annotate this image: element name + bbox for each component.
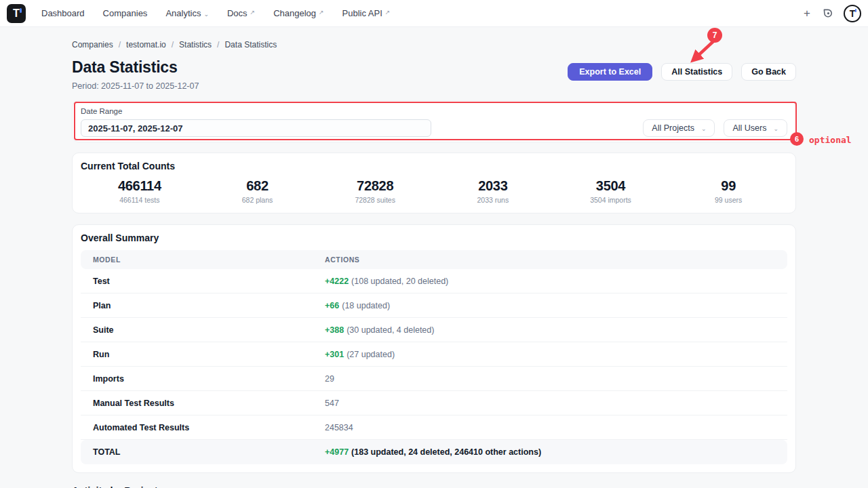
action-detail: 29	[325, 374, 334, 384]
added-count: +4222	[325, 277, 349, 286]
plus-icon[interactable]: +	[802, 7, 812, 19]
support-icon[interactable]	[822, 7, 833, 19]
stat-imports: 3504 3504 imports	[552, 178, 670, 204]
added-count: +4977	[325, 447, 349, 457]
annotation-badge-6: 6	[790, 132, 804, 146]
stat-tests: 466114 466114 tests	[81, 178, 199, 204]
action-detail: (108 updated, 20 deleted)	[351, 277, 448, 286]
breadcrumb-statistics[interactable]: Statistics	[179, 40, 212, 49]
nav-item-public-api[interactable]: Public API ↗	[342, 8, 391, 18]
summary-heading: Overall Summary	[81, 232, 787, 243]
table-row: Automated Test Results 245834	[81, 415, 787, 440]
navbar-right: + T	[802, 5, 861, 22]
user-avatar[interactable]: T	[844, 5, 861, 22]
breadcrumb-companies[interactable]: Companies	[72, 40, 113, 49]
stat-label: 72828 suites	[316, 196, 434, 204]
overall-summary-card: Overall Summary MODEL ACTIONS Test +4222…	[72, 224, 796, 473]
date-range-input[interactable]	[81, 119, 431, 137]
external-link-icon: ↗	[250, 9, 256, 16]
added-count: +66	[325, 301, 339, 310]
table-row: Imports 29	[81, 367, 787, 391]
breadcrumb-separator: /	[172, 40, 174, 49]
logo-letter: T	[13, 8, 20, 19]
action-detail: 547	[325, 399, 339, 408]
stat-value: 99	[669, 178, 787, 194]
stat-runs: 2033 2033 runs	[434, 178, 552, 204]
table-row: Run +301(27 updated)	[81, 342, 787, 367]
title-block: Data Statistics Period: 2025-11-07 to 20…	[72, 58, 199, 91]
avatar-letter: T	[850, 9, 856, 18]
nav-item-dashboard[interactable]: Dashboard	[41, 8, 85, 18]
table-header-row: MODEL ACTIONS	[81, 250, 787, 269]
table-row: Plan +66(18 updated)	[81, 293, 787, 318]
current-total-counts-card: Current Total Counts 466114 466114 tests…	[72, 152, 796, 214]
date-range-label: Date Range	[81, 107, 787, 115]
table-total-row: TOTAL +4977(183 updated, 24 deleted, 246…	[81, 440, 787, 464]
stat-value: 2033	[434, 178, 552, 194]
page-header: Data Statistics Period: 2025-11-07 to 20…	[72, 58, 796, 91]
table-row: Test +4222(108 updated, 20 deleted)	[81, 269, 787, 293]
action-detail: (30 updated, 4 deleted)	[347, 325, 434, 335]
summary-table: MODEL ACTIONS Test +4222(108 updated, 20…	[81, 250, 787, 464]
breadcrumb-separator: /	[217, 40, 219, 49]
stat-plans: 682 682 plans	[199, 178, 317, 204]
table-row: Manual Test Results 547	[81, 391, 787, 415]
chevron-down-icon: ⌄	[203, 11, 209, 18]
breadcrumb-current: Data Statistics	[224, 40, 277, 49]
stat-label: 2033 runs	[434, 196, 552, 204]
stat-value: 72828	[316, 178, 434, 194]
nav-item-changelog[interactable]: Changelog ↗	[273, 8, 323, 18]
table-row: Suite +388(30 updated, 4 deleted)	[81, 318, 787, 342]
stat-label: 466114 tests	[81, 196, 199, 204]
added-count: +301	[325, 350, 344, 359]
header-buttons: Export to Excel All Statistics Go Back	[568, 63, 796, 81]
all-statistics-button[interactable]: All Statistics	[661, 63, 732, 81]
breadcrumb-separator: /	[119, 40, 121, 49]
action-detail: (18 updated)	[342, 301, 390, 310]
nav-item-companies[interactable]: Companies	[103, 8, 148, 18]
main-content: Companies / testomat.io / Statistics / D…	[72, 40, 796, 488]
period-text: Period: 2025-11-07 to 2025-12-07	[72, 81, 199, 91]
page-title: Data Statistics	[72, 58, 199, 77]
stat-value: 466114	[81, 178, 199, 194]
nav-item-docs[interactable]: Docs ↗	[227, 8, 255, 18]
stat-users: 99 99 users	[669, 178, 787, 204]
top-navbar: T Dashboard Companies Analytics ⌄ Docs ↗…	[0, 0, 868, 27]
external-link-icon: ↗	[319, 9, 324, 16]
chevron-down-icon: ⌄	[701, 125, 707, 132]
totals-heading: Current Total Counts	[81, 161, 787, 171]
stat-value: 3504	[552, 178, 670, 194]
filter-controls: All Projects ⌄ All Users ⌄	[81, 119, 787, 137]
action-detail: (183 updated, 24 deleted, 246410 other a…	[351, 447, 541, 457]
added-count: +388	[325, 325, 344, 335]
stat-label: 682 plans	[199, 196, 317, 204]
column-header-actions: ACTIONS	[325, 256, 787, 264]
annotation-badge-7: 7	[707, 28, 722, 43]
export-to-excel-button[interactable]: Export to Excel	[568, 63, 652, 81]
stat-label: 99 users	[669, 196, 787, 204]
chevron-down-icon: ⌄	[773, 125, 778, 132]
users-dropdown[interactable]: All Users ⌄	[724, 119, 787, 137]
breadcrumb: Companies / testomat.io / Statistics / D…	[72, 40, 796, 49]
action-detail: (27 updated)	[347, 350, 395, 359]
nav-item-analytics[interactable]: Analytics ⌄	[165, 8, 209, 18]
stats-row: 466114 466114 tests 682 682 plans 72828 …	[81, 178, 787, 204]
stat-suites: 72828 72828 suites	[316, 178, 434, 204]
projects-dropdown[interactable]: All Projects ⌄	[643, 119, 715, 137]
column-header-model: MODEL	[81, 256, 325, 264]
activity-by-project-heading: Activity by Project	[72, 485, 796, 488]
annotation-optional-label: optional	[809, 135, 852, 145]
stat-label: 3504 imports	[552, 196, 670, 204]
action-detail: 245834	[325, 423, 353, 432]
go-back-button[interactable]: Go Back	[741, 63, 796, 81]
navbar-left: T Dashboard Companies Analytics ⌄ Docs ↗…	[7, 4, 390, 23]
stat-value: 682	[199, 178, 317, 194]
app-logo[interactable]: T	[7, 4, 26, 23]
breadcrumb-company[interactable]: testomat.io	[126, 40, 166, 49]
filter-panel: Date Range All Projects ⌄ All Users ⌄ 6 …	[72, 100, 796, 142]
external-link-icon: ↗	[385, 9, 391, 16]
